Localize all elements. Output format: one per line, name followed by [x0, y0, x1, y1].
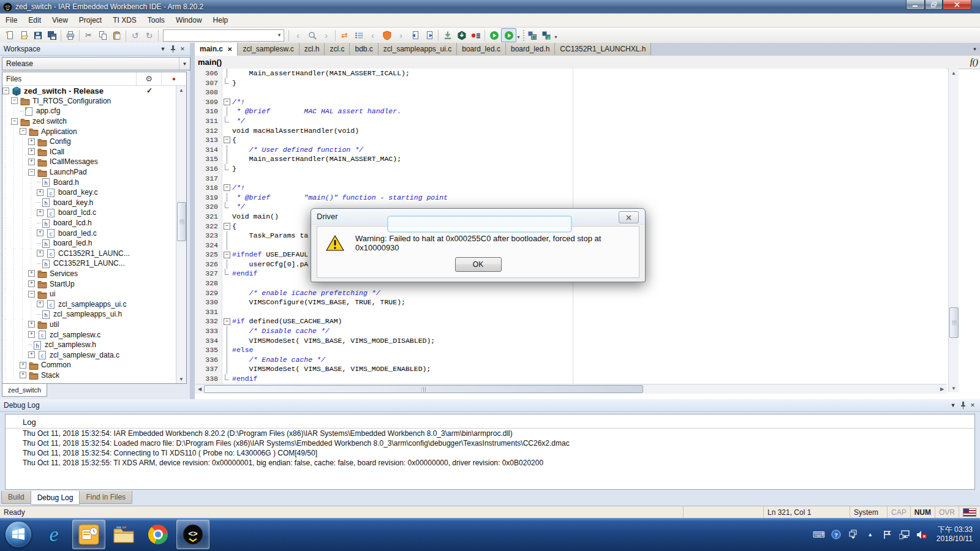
tree-item-zcl-samplesw-h[interactable]: hzcl_samplesw.h: [2, 340, 176, 350]
tree-item-board-led-h[interactable]: hboard_led.h: [2, 238, 176, 249]
expand-icon[interactable]: +: [28, 351, 35, 358]
close-icon[interactable]: ✕: [178, 45, 187, 54]
clock[interactable]: 下午 03:33 2018/10/11: [937, 525, 973, 544]
expand-icon[interactable]: +: [28, 270, 35, 277]
menu-help[interactable]: Help: [208, 13, 234, 27]
tree-item-board-h[interactable]: hBoard.h: [2, 177, 176, 187]
print-icon[interactable]: [63, 29, 77, 42]
tree-item-ui[interactable]: −ui: [2, 289, 176, 299]
tree-item-app-cfg[interactable]: app.cfg: [2, 106, 176, 116]
taskbar-iar-workbench-icon[interactable]: <>: [176, 520, 209, 549]
menu-tools[interactable]: Tools: [142, 13, 170, 27]
menu-file[interactable]: File: [0, 13, 23, 27]
tab-CC1352R1_LAUNCHXL-h[interactable]: CC1352R1_LAUNCHXL.h: [555, 43, 651, 55]
tree-item-board-led-c[interactable]: +cboard_led.c: [2, 228, 176, 238]
volume-muted-icon[interactable]: [915, 528, 929, 541]
workspace-menu-icon[interactable]: ▼: [158, 45, 168, 54]
collapse-icon[interactable]: −: [28, 291, 35, 298]
workspace-tab-zed-switch[interactable]: zed_switch: [2, 384, 47, 397]
open-file-icon[interactable]: [17, 29, 31, 42]
taskbar-start-button[interactable]: [1, 520, 36, 549]
fold-collapse-icon[interactable]: −: [222, 135, 232, 145]
tab-zcl_sampleapps_ui-c[interactable]: zcl_sampleapps_ui.c: [379, 43, 457, 55]
close-button[interactable]: [943, 0, 971, 10]
nav-prev-icon[interactable]: ‹: [366, 29, 380, 42]
menu-project[interactable]: Project: [74, 13, 107, 27]
breakpoint-list-icon[interactable]: [469, 29, 483, 42]
collapse-icon[interactable]: −: [11, 118, 18, 125]
network-icon[interactable]: [898, 528, 911, 541]
save-all-icon[interactable]: [45, 29, 59, 42]
function-list-badge[interactable]: f(): [970, 58, 978, 67]
tree-item-zcl-samplesw-c[interactable]: +czcl_samplesw.c: [2, 329, 176, 340]
scroll-up-icon[interactable]: ▲: [176, 86, 186, 94]
dropdown-arrow-icon[interactable]: ▼: [516, 35, 521, 39]
taskbar-internet-explorer-icon[interactable]: e: [38, 520, 70, 549]
expand-icon[interactable]: +: [28, 138, 35, 145]
redo-icon[interactable]: ↻: [142, 29, 156, 42]
tree-item-cc1352r1-launc-[interactable]: hCC1352R1_LAUNC...: [2, 258, 176, 269]
tab-board_led-h[interactable]: board_led.h: [506, 43, 555, 55]
tab-board_led-c[interactable]: board_led.c: [457, 43, 506, 55]
fold-collapse-icon[interactable]: −: [222, 317, 232, 326]
expand-icon[interactable]: +: [28, 280, 35, 287]
tree-item-board-lcd-h[interactable]: hboard_lcd.h: [2, 218, 176, 228]
close-icon[interactable]: ✕: [968, 401, 978, 410]
editor-vertical-scrollbar[interactable]: ▲ ▼: [948, 69, 959, 392]
collapse-icon[interactable]: −: [2, 88, 9, 94]
scroll-thumb[interactable]: [949, 307, 959, 338]
tab-bdb-c[interactable]: bdb.c: [350, 43, 378, 55]
panel-menu-icon[interactable]: ▼: [948, 401, 958, 410]
menu-view[interactable]: View: [47, 13, 74, 27]
expand-icon[interactable]: +: [37, 301, 43, 307]
scroll-left-icon[interactable]: ◀: [195, 384, 205, 393]
collapse-icon[interactable]: −: [20, 128, 26, 135]
expand-icon[interactable]: +: [28, 148, 35, 155]
tab-find-in-files[interactable]: Find in Files: [79, 491, 132, 504]
build-download-icon[interactable]: +: [540, 29, 554, 42]
tree-item-zcl-samplesw-data-c[interactable]: +czcl_samplesw_data.c: [2, 350, 176, 360]
scroll-up-icon[interactable]: ▲: [949, 69, 959, 77]
tree-item-cc1352r1-launc-[interactable]: +cCC1352R1_LAUNC...: [2, 249, 176, 259]
scroll-down-icon[interactable]: ▼: [949, 384, 959, 392]
tree-item-launchpad[interactable]: −LaunchPad: [2, 167, 176, 178]
scroll-thumb[interactable]: [177, 202, 186, 241]
ok-button[interactable]: OK: [455, 257, 502, 272]
menu-window[interactable]: Window: [170, 13, 208, 27]
tree-item-icall[interactable]: +ICall: [2, 147, 176, 157]
fold-collapse-icon[interactable]: −: [222, 97, 232, 107]
show-hidden-icons[interactable]: ▲: [864, 528, 877, 541]
expand-icon[interactable]: +: [37, 209, 43, 216]
fold-collapse-icon[interactable]: −: [222, 250, 232, 260]
tree-item-startup[interactable]: +StartUp: [2, 279, 176, 289]
tree-item-common[interactable]: +Common: [2, 360, 176, 370]
language-bar-icon[interactable]: [846, 528, 860, 541]
config-dropdown[interactable]: Release ▼: [2, 57, 190, 70]
scroll-thumb[interactable]: [204, 385, 643, 393]
action-center-flag-icon[interactable]: [881, 528, 894, 541]
outline-icon[interactable]: [352, 29, 366, 42]
tab-build[interactable]: Build: [1, 491, 31, 504]
minimize-button[interactable]: [906, 0, 925, 10]
save-icon[interactable]: [31, 29, 45, 42]
shield-icon[interactable]: [380, 29, 394, 42]
collapse-icon[interactable]: −: [11, 97, 18, 104]
collapse-icon[interactable]: −: [28, 169, 35, 176]
fold-collapse-icon[interactable]: −: [222, 183, 232, 193]
swap-icon[interactable]: ⇄: [337, 29, 352, 42]
dialog-close-button[interactable]: [619, 211, 639, 223]
tree-item-board-key-c[interactable]: +cboard_key.c: [2, 187, 176, 198]
undo-icon[interactable]: ↺: [128, 29, 142, 42]
nav-next-icon[interactable]: ›: [394, 29, 408, 42]
tab-debug-log[interactable]: Debug Log: [31, 491, 80, 505]
pin-icon[interactable]: [168, 45, 178, 54]
tab-list-icon[interactable]: ▼: [970, 43, 980, 56]
download-icon[interactable]: [440, 29, 454, 42]
debug-run-icon[interactable]: [487, 29, 501, 42]
tab-close-icon[interactable]: ✕: [227, 46, 232, 53]
tree-item-ti-rtos-configuration[interactable]: −TI_RTOS_Configuration: [2, 96, 176, 107]
tree-item-util[interactable]: +util: [2, 320, 176, 330]
menu-ti-xds[interactable]: TI XDS: [107, 13, 142, 27]
tree-item-services[interactable]: +Services: [2, 269, 176, 279]
search-combobox[interactable]: ▼: [163, 29, 284, 42]
